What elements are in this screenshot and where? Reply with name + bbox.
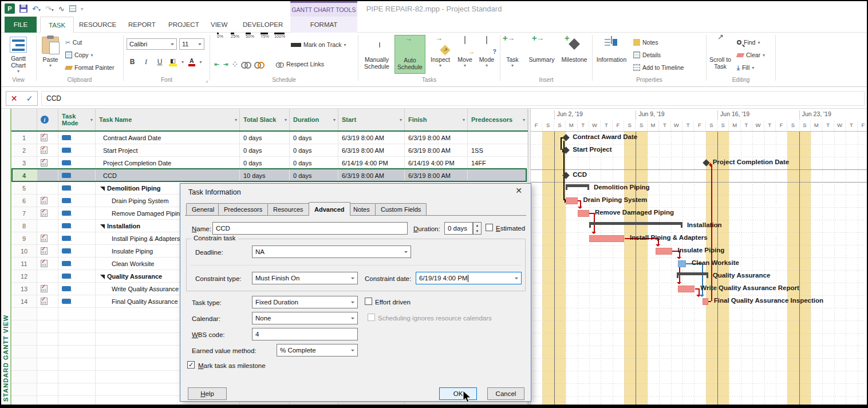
table-cell-num[interactable]: 9 bbox=[11, 232, 37, 245]
table-cell-name[interactable]: Contract Award Date bbox=[96, 132, 240, 144]
table-row[interactable]: 3Project Completion Date0 days0 days6/14… bbox=[11, 157, 528, 169]
effort-driven-checkbox[interactable] bbox=[365, 298, 372, 305]
duration-spinner[interactable]: ▲▼ bbox=[473, 222, 482, 235]
qat-customize-icon[interactable]: ▾ bbox=[81, 6, 84, 12]
tab-view[interactable]: VIEW bbox=[203, 17, 235, 33]
table-cell-finish[interactable]: 6/3/19 8:00 AM bbox=[405, 169, 468, 182]
ok-button[interactable]: OK bbox=[439, 387, 477, 400]
table-cell-num[interactable]: 8 bbox=[11, 220, 37, 232]
fill-button[interactable]: ⤓ Fill▾ bbox=[737, 62, 754, 73]
collapse-triangle-icon[interactable] bbox=[100, 224, 105, 229]
table-cell-info[interactable] bbox=[37, 132, 58, 144]
tab-file[interactable]: FILE bbox=[5, 17, 37, 33]
table-cell-start[interactable]: 6/3/19 8:00 AM bbox=[338, 169, 405, 182]
cancel-entry-icon[interactable]: ✕ bbox=[11, 94, 18, 103]
task-bar[interactable] bbox=[703, 298, 708, 305]
mark-on-track-button[interactable]: Mark on Track▾ bbox=[291, 39, 346, 50]
column-header-finish[interactable]: Finish▾ bbox=[405, 109, 468, 130]
find-button[interactable]: Find▾ bbox=[737, 37, 760, 47]
table-cell-num[interactable]: 2 bbox=[11, 144, 37, 157]
mode-button[interactable]: ? Mode▾ bbox=[476, 35, 498, 74]
table-cell-mode[interactable] bbox=[58, 258, 96, 270]
table-cell-mode[interactable] bbox=[58, 144, 96, 157]
table-cell-name[interactable]: Start Project bbox=[96, 144, 240, 157]
table-cell-num[interactable]: 5 bbox=[11, 182, 37, 195]
table-cell-num[interactable]: 6 bbox=[11, 195, 37, 207]
gantt-chart-button[interactable]: Gantt Chart▾ bbox=[3, 35, 33, 74]
table-cell-mode[interactable] bbox=[58, 132, 96, 144]
summary-bar[interactable] bbox=[677, 272, 708, 275]
table-cell-info[interactable] bbox=[37, 295, 58, 308]
table-cell-info[interactable] bbox=[37, 144, 58, 157]
format-painter-button[interactable]: Format Painter bbox=[65, 62, 114, 73]
table-cell-info[interactable] bbox=[37, 169, 58, 182]
table-cell-num[interactable]: 14 bbox=[11, 295, 37, 308]
table-cell-start[interactable]: 6/3/19 8:00 AM bbox=[338, 144, 405, 157]
accept-entry-icon[interactable]: ✓ bbox=[26, 94, 33, 103]
cancel-button[interactable]: Cancel bbox=[487, 387, 524, 400]
table-row[interactable]: 4CCD10 days0 days6/3/19 8:00 AM6/3/19 8:… bbox=[11, 169, 528, 182]
auto-schedule-button[interactable]: Auto Schedule bbox=[394, 35, 425, 74]
table-cell-duration[interactable]: 0 days bbox=[290, 144, 338, 157]
dialog-close-icon[interactable]: ✕ bbox=[511, 186, 526, 197]
table-cell-info[interactable] bbox=[37, 195, 58, 207]
table-cell-num[interactable]: 11 bbox=[11, 258, 37, 270]
wbs-field[interactable]: 4 bbox=[252, 328, 358, 340]
table-cell-mode[interactable] bbox=[58, 245, 96, 258]
pct-25-button[interactable]: 25% bbox=[228, 34, 242, 49]
table-cell-mode[interactable] bbox=[58, 182, 96, 195]
column-header-duration[interactable]: Duration▾ bbox=[290, 109, 338, 130]
tab-project[interactable]: PROJECT bbox=[160, 17, 207, 33]
save-icon[interactable] bbox=[19, 5, 27, 13]
move-button[interactable]: → Move▾ bbox=[454, 35, 476, 74]
task-bar[interactable] bbox=[566, 197, 577, 204]
table-cell-mode[interactable] bbox=[58, 157, 96, 169]
background-color-icon[interactable]: ◧ bbox=[169, 57, 177, 66]
redo-icon[interactable]: ↷▾ bbox=[45, 5, 54, 13]
font-size-combo[interactable]: 11 bbox=[179, 38, 204, 50]
table-cell-duration[interactable]: 0 days bbox=[290, 157, 338, 169]
table-cell-num[interactable]: 3 bbox=[11, 157, 37, 169]
table-cell-slack[interactable]: 10 days bbox=[240, 169, 290, 182]
table-cell-slack[interactable]: 0 days bbox=[240, 132, 290, 144]
table-cell-slack[interactable]: 0 days bbox=[240, 157, 290, 169]
column-header-info[interactable]: i bbox=[37, 109, 58, 130]
outdent-icon[interactable]: ⇤ bbox=[214, 61, 219, 68]
table-cell-mode[interactable] bbox=[58, 220, 96, 232]
table-cell-num[interactable]: 10 bbox=[11, 245, 37, 258]
table-cell-start[interactable]: 6/3/19 8:00 AM bbox=[338, 132, 405, 144]
column-header-mode[interactable]: Task Mode▾ bbox=[58, 109, 96, 130]
calendar-combo[interactable]: None bbox=[252, 312, 358, 324]
evm-combo[interactable]: % Complete bbox=[277, 344, 358, 356]
dialog-tab-custom-fields[interactable]: Custom Fields bbox=[375, 203, 427, 215]
column-header-slack[interactable]: Total Slack▾ bbox=[240, 109, 290, 130]
deadline-combo[interactable]: NA bbox=[252, 245, 411, 258]
paste-button[interactable]: Paste▾ bbox=[38, 35, 63, 74]
pct-75-button[interactable]: 75% bbox=[258, 34, 272, 49]
underline-button[interactable]: U bbox=[155, 58, 164, 66]
entry-input[interactable]: CCD bbox=[41, 91, 865, 106]
clear-button[interactable]: Clear▾ bbox=[737, 50, 765, 60]
inspect-button[interactable]: ? Inspect▾ bbox=[428, 35, 453, 74]
table-cell-pred[interactable]: 14FF bbox=[468, 157, 528, 169]
duration-field[interactable]: 0 days bbox=[444, 222, 473, 235]
task-bar[interactable] bbox=[678, 260, 686, 267]
tab-developer[interactable]: DEVELOPER bbox=[235, 17, 291, 33]
summary-bar[interactable] bbox=[566, 184, 589, 187]
copy-button[interactable]: Copy▾ bbox=[65, 50, 93, 60]
table-cell-mode[interactable] bbox=[58, 270, 96, 283]
cut-button[interactable]: ✂ Cut bbox=[65, 37, 82, 47]
task-bar[interactable] bbox=[656, 248, 672, 255]
table-cell-pred[interactable] bbox=[468, 132, 528, 144]
tab-format[interactable]: FORMAT bbox=[290, 17, 357, 33]
table-cell-mode[interactable] bbox=[58, 295, 96, 308]
summary-bar[interactable] bbox=[589, 222, 682, 225]
milestone-checkbox[interactable]: ✓ bbox=[187, 361, 195, 369]
pct-0-button[interactable]: 0% bbox=[213, 34, 227, 49]
split-task-icon[interactable]: ⁘ bbox=[232, 61, 238, 68]
table-cell-mode[interactable] bbox=[58, 283, 96, 295]
column-header-start[interactable]: Start▾ bbox=[338, 109, 405, 130]
table-cell-name[interactable]: Project Completion Date bbox=[96, 157, 240, 169]
table-cell-duration[interactable]: 0 days bbox=[290, 132, 338, 144]
task-bar[interactable] bbox=[678, 286, 695, 292]
